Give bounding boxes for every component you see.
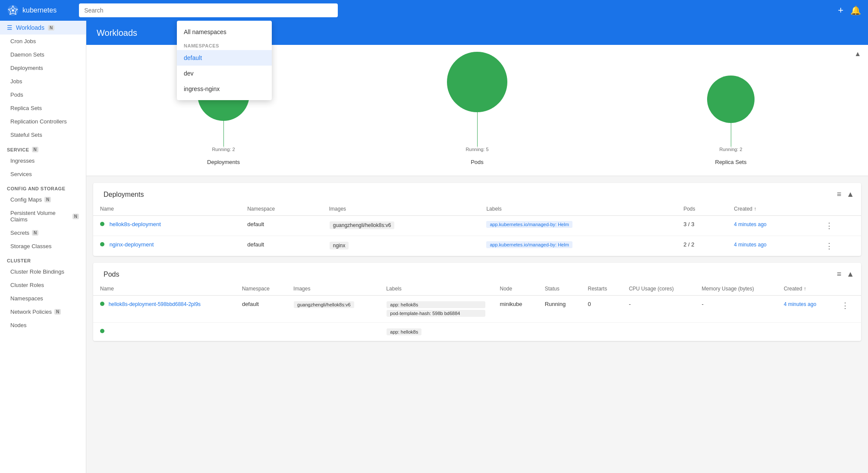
sidebar-item-config-maps[interactable]: Config Maps N <box>0 193 86 206</box>
deploy-row1-namespace: default <box>240 216 322 236</box>
pods-filter-icon[interactable]: ≡ <box>837 270 842 279</box>
deployments-table-header: Deployments ≡ ▲ <box>93 183 861 202</box>
deploy-row1-labels: app.kubernetes.io/managed-by: Helm <box>479 216 676 236</box>
deploy-row1-more[interactable]: ⋮ <box>818 216 861 236</box>
sidebar-item-replica-sets[interactable]: Replica Sets <box>0 101 86 115</box>
pod-row1-name-link[interactable]: hellok8s-deployment-598bbd6884-2pl9s <box>109 301 201 307</box>
deploy-row2-status-name: nginx-deployment <box>93 236 240 256</box>
pod-row2-restarts <box>581 323 622 341</box>
pods-table: Name Namespace Images Labels Node Status… <box>93 282 861 341</box>
table-row: hellok8s-deployment-598bbd6884-2pl9s def… <box>93 296 861 323</box>
stateful-sets-label: Stateful Sets <box>10 132 42 138</box>
topbar-actions: + 🔔 <box>838 5 861 16</box>
add-button[interactable]: + <box>838 5 843 16</box>
pod-row1-more[interactable]: ⋮ <box>834 296 861 323</box>
pods-table-head-row: Name Namespace Images Labels Node Status… <box>93 282 861 296</box>
more-icon: ⋮ <box>825 221 833 230</box>
replication-controllers-label: Replication Controllers <box>10 118 67 125</box>
col-pods: Pods <box>676 202 727 216</box>
more-icon: ⋮ <box>825 242 833 250</box>
kubernetes-logo-icon <box>7 4 19 16</box>
pod-row1-node: minikube <box>493 296 538 323</box>
sidebar-item-replication-controllers[interactable]: Replication Controllers <box>0 115 86 128</box>
workloads-badge: N <box>48 25 54 31</box>
sidebar-item-cron-jobs[interactable]: Cron Jobs <box>0 35 86 48</box>
deploy-row1-pods: 3 / 3 <box>676 216 727 236</box>
pod-row2-image <box>286 323 379 341</box>
ingresses-label: Ingresses <box>10 158 35 164</box>
deploy-row2-created-link[interactable]: 4 minutes ago <box>734 242 766 248</box>
pod-row2-status-name <box>93 323 235 341</box>
pods-col-labels: Labels <box>379 282 493 296</box>
namespace-option-dev[interactable]: dev <box>177 66 272 81</box>
pod-row2-status <box>538 323 581 341</box>
service-label: Service <box>7 147 29 152</box>
pod-row2-more[interactable] <box>834 323 861 341</box>
pods-col-name: Name <box>93 282 235 296</box>
pod-row2-cpu <box>622 323 695 341</box>
sidebar-item-cluster-roles[interactable]: Cluster Roles <box>0 278 86 292</box>
deploy-row1-name-link[interactable]: hellok8s-deployment <box>110 221 161 227</box>
deployments-table-title: Deployments <box>104 191 144 199</box>
replica-sets-running-label: Running: 2 <box>719 147 742 152</box>
replica-sets-bubble-container: Running: 2 <box>707 76 755 152</box>
replica-sets-stem <box>731 123 731 147</box>
deployments-stem <box>223 121 224 147</box>
menu-icon[interactable]: ☰ <box>7 24 13 31</box>
sidebar-item-network-policies[interactable]: Network Policies N <box>0 305 86 318</box>
col-images: Images <box>322 202 480 216</box>
pod-row2-node <box>493 323 538 341</box>
sidebar-item-secrets[interactable]: Secrets N <box>0 226 86 240</box>
pod-row1-memory: - <box>695 296 777 323</box>
sidebar-item-nodes[interactable]: Nodes <box>0 318 86 332</box>
deployments-header-actions: ≡ ▲ <box>837 190 854 199</box>
sidebar-item-pvc[interactable]: Persistent Volume Claims N <box>0 206 86 226</box>
table-row: app: hellok8s <box>93 323 861 341</box>
namespace-option-ingress-nginx[interactable]: ingress-nginx <box>177 81 272 97</box>
pods-col-namespace: Namespace <box>235 282 286 296</box>
pod-row1-created-link[interactable]: 4 minutes ago <box>784 301 816 307</box>
all-namespaces-option[interactable]: All namespaces <box>177 24 272 40</box>
deployments-filter-icon[interactable]: ≡ <box>837 190 842 199</box>
pods-col-cpu: CPU Usage (cores) <box>622 282 695 296</box>
pods-col-status: Status <box>538 282 581 296</box>
search-bar[interactable] <box>79 3 338 17</box>
content-area: Workloads All namespaces NAMESPACES defa… <box>86 21 868 473</box>
pods-collapse-icon[interactable]: ▲ <box>846 270 854 279</box>
sidebar-item-storage-classes[interactable]: Storage Classes <box>0 240 86 253</box>
notification-button[interactable]: 🔔 <box>850 5 861 16</box>
namespace-dropdown: All namespaces NAMESPACES default dev in… <box>177 21 272 100</box>
deploy-row1-image-tag: guangzhengli/hellok8s:v6 <box>330 221 395 229</box>
deploy-row2-name-link[interactable]: nginx-deployment <box>110 241 154 248</box>
deployments-chart-title: Deployments <box>207 159 240 165</box>
pods-label: Pods <box>10 91 23 98</box>
col-actions <box>818 202 861 216</box>
np-label: Network Policies <box>10 309 52 315</box>
pod-row1-labels: app: hellok8s pod-template-hash: 598b bd… <box>379 296 493 323</box>
pod-row1-label2: pod-template-hash: 598b bd6884 <box>387 310 485 317</box>
sidebar-item-cluster-role-bindings[interactable]: Cluster Role Bindings <box>0 265 86 278</box>
sidebar-item-daemon-sets[interactable]: Daemon Sets <box>0 48 86 61</box>
deploy-row2-more[interactable]: ⋮ <box>818 236 861 256</box>
deployments-collapse-icon[interactable]: ▲ <box>846 190 854 199</box>
sidebar-item-workloads[interactable]: ☰ Workloads N <box>0 21 86 35</box>
status-indicator <box>100 222 104 226</box>
sidebar-item-services[interactable]: Services <box>0 167 86 181</box>
pods-chart-title: Pods <box>471 159 484 165</box>
chart-pods: Running: 5 Pods <box>350 52 604 165</box>
namespace-option-default[interactable]: default <box>177 50 272 66</box>
cluster-label: Cluster <box>7 258 31 263</box>
sidebar-item-pods[interactable]: Pods <box>0 88 86 101</box>
search-input[interactable] <box>79 3 338 17</box>
pods-running-label: Running: 5 <box>465 147 488 152</box>
sidebar-item-stateful-sets[interactable]: Stateful Sets <box>0 128 86 142</box>
sidebar-item-ingresses[interactable]: Ingresses <box>0 154 86 167</box>
pod-row1-status: Running <box>538 296 581 323</box>
deploy-row1-created-link[interactable]: 4 minutes ago <box>734 221 766 227</box>
pod-row1-label1: app: hellok8s <box>387 301 485 308</box>
sidebar-item-deployments[interactable]: Deployments <box>0 61 86 75</box>
np-badge: N <box>54 309 61 315</box>
sidebar-item-jobs[interactable]: Jobs <box>0 75 86 88</box>
charts-collapse-button[interactable]: ▲ <box>854 50 861 58</box>
sidebar-item-namespaces[interactable]: Namespaces <box>0 292 86 305</box>
